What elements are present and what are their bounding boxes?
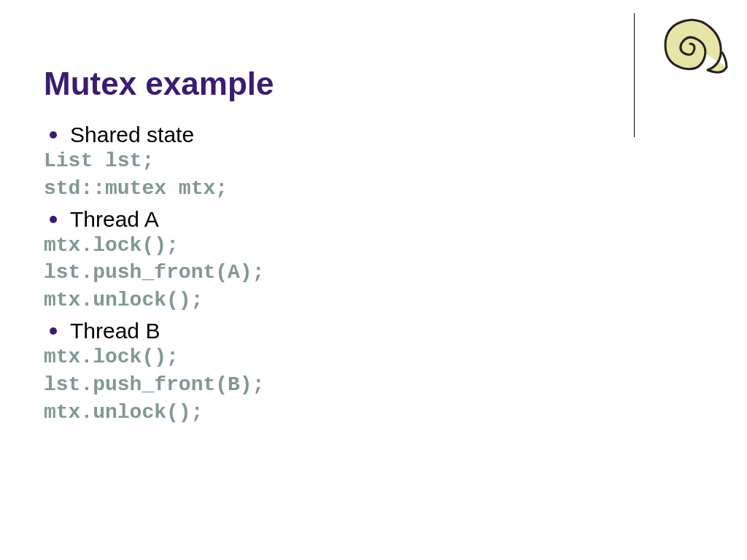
bullet-icon <box>50 216 57 223</box>
bullet-label: Thread A <box>70 207 159 232</box>
code-line: lst.push_front(B); <box>44 371 703 399</box>
code-line: mtx.lock(); <box>44 232 703 260</box>
bullet-icon <box>50 327 57 335</box>
code-line: mtx.unlock(); <box>44 399 703 427</box>
slide: Mutex example Shared state List lst; std… <box>0 0 747 560</box>
code-line: mtx.unlock(); <box>44 287 703 314</box>
divider-line <box>634 13 635 137</box>
bullet-item: Thread B <box>50 319 703 343</box>
bullet-item: Shared state <box>50 122 703 147</box>
bullet-item: Thread A <box>50 207 703 232</box>
code-line: mtx.lock(); <box>44 343 703 371</box>
code-line: lst.push_front(A); <box>44 259 703 287</box>
spiral-shell-icon <box>659 12 732 77</box>
code-line: List lst; <box>44 147 703 175</box>
code-line: std::mutex mtx; <box>44 175 703 203</box>
bullet-label: Shared state <box>70 122 194 147</box>
slide-title: Mutex example <box>44 66 703 102</box>
bullet-icon <box>50 131 57 139</box>
bullet-label: Thread B <box>70 319 160 343</box>
